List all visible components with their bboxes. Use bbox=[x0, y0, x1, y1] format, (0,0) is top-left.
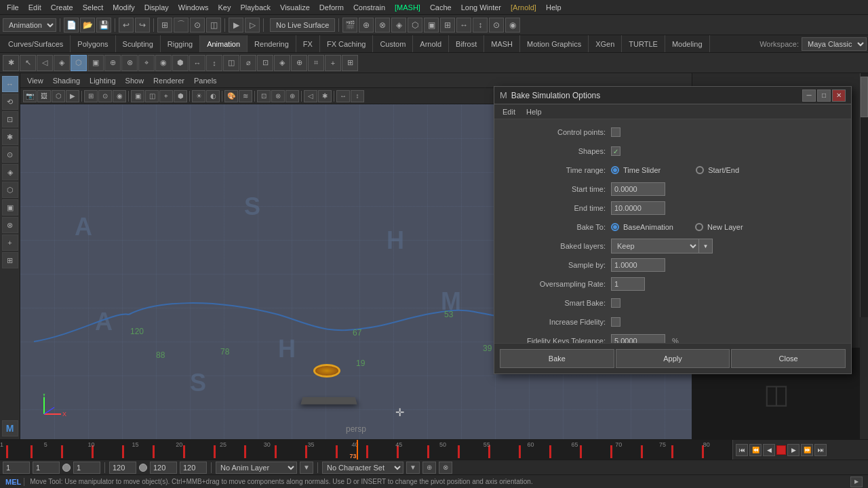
tl-playhead[interactable] bbox=[357, 440, 358, 460]
menu-help[interactable]: Help bbox=[542, 3, 566, 12]
shelf-paint-btn[interactable]: ◈ bbox=[54, 55, 70, 71]
vt-hud-btn[interactable]: ⊕ bbox=[285, 90, 299, 102]
bake-dialog-close-btn[interactable]: ✕ bbox=[832, 89, 846, 102]
tool-pan-zoom[interactable]: ▣ bbox=[2, 199, 18, 216]
shelf-grid2-btn[interactable]: ⊞ bbox=[342, 55, 358, 71]
bake-baked-layers-dropdown-btn[interactable]: ▼ bbox=[699, 239, 713, 253]
vt-cam-bookmark-btn[interactable]: ↕ bbox=[351, 90, 364, 102]
menu-cache[interactable]: Cache bbox=[426, 3, 456, 12]
tab-modeling[interactable]: Modeling bbox=[665, 35, 710, 52]
render-btn[interactable]: ▶ bbox=[229, 18, 243, 33]
shelf-split-btn[interactable]: ◫ bbox=[223, 55, 239, 71]
tab-bifrost[interactable]: Bifrost bbox=[449, 35, 484, 52]
bc-anim-layer-icon-btn[interactable]: ▼ bbox=[300, 462, 313, 474]
tab-curves-surfaces[interactable]: Curves/Surfaces bbox=[1, 35, 71, 52]
bake-start-time-input[interactable] bbox=[611, 182, 665, 196]
vt-xray-btn[interactable]: ◉ bbox=[113, 90, 126, 102]
vt-flat-shade-btn[interactable]: ◫ bbox=[145, 90, 159, 102]
menu-select[interactable]: Select bbox=[79, 3, 108, 12]
shelf-pivot-btn[interactable]: ⌖ bbox=[138, 55, 155, 71]
tb-extra10[interactable]: ◉ bbox=[505, 18, 520, 33]
tl-next-key-btn[interactable]: ⏩ bbox=[801, 444, 813, 456]
vt-grid-btn[interactable]: ⊞ bbox=[84, 90, 98, 102]
bake-base-anim-radio[interactable] bbox=[611, 223, 619, 231]
snap-surface-btn[interactable]: ◫ bbox=[206, 18, 221, 33]
bake-btn[interactable]: Bake bbox=[500, 349, 614, 368]
shelf-lasso-btn[interactable]: ◁ bbox=[37, 55, 53, 71]
bake-new-layer-label[interactable]: New Layer bbox=[707, 223, 743, 231]
menu-display[interactable]: Display bbox=[140, 3, 173, 12]
bc-char-set-icon-btn[interactable]: ▼ bbox=[406, 462, 420, 474]
tab-polygons[interactable]: Polygons bbox=[71, 35, 115, 52]
bake-new-layer-radio[interactable] bbox=[695, 223, 703, 231]
tab-sculpting[interactable]: Sculpting bbox=[116, 35, 161, 52]
tab-custom[interactable]: Custom bbox=[373, 35, 413, 52]
ipr-btn[interactable]: ▷ bbox=[245, 18, 260, 33]
bake-smart-bake-checkbox[interactable] bbox=[611, 298, 620, 308]
bc-no-anim-layer-select[interactable]: No Anim Layer bbox=[216, 462, 297, 474]
tb-extra6[interactable]: ⊞ bbox=[440, 18, 455, 33]
vt-arrow-btn[interactable]: ▶ bbox=[66, 90, 79, 102]
vt-color-btn[interactable]: 🎨 bbox=[224, 90, 238, 102]
shelf-mirror-h-btn[interactable]: ↔ bbox=[189, 55, 205, 71]
shelf-active-btn[interactable]: ⬡ bbox=[71, 55, 87, 71]
open-scene-btn[interactable]: 📂 bbox=[80, 18, 95, 33]
tb-extra5[interactable]: ▣ bbox=[424, 18, 439, 33]
platform-object[interactable] bbox=[300, 397, 357, 405]
tool-snap[interactable]: + bbox=[2, 235, 18, 251]
menu-playback[interactable]: Playback bbox=[236, 3, 275, 12]
tab-animation[interactable]: Animation bbox=[200, 35, 248, 52]
tool-view[interactable]: ⬡ bbox=[2, 182, 18, 198]
object-on-path[interactable] bbox=[313, 364, 340, 378]
shelf-circle-btn[interactable]: ⌀ bbox=[240, 55, 256, 71]
shelf-move-btn[interactable]: ↖ bbox=[20, 55, 36, 71]
vt-fog-btn[interactable]: ≋ bbox=[239, 90, 252, 102]
tb-extra7[interactable]: ↔ bbox=[456, 18, 471, 33]
view-menu-renderer[interactable]: Renderer bbox=[149, 76, 189, 85]
menu-key[interactable]: Key bbox=[214, 3, 235, 12]
bc-range-start-input[interactable] bbox=[73, 462, 100, 474]
bake-start-end-radio[interactable] bbox=[696, 166, 704, 174]
tb-extra4[interactable]: ⬡ bbox=[408, 18, 422, 33]
tab-fx-caching[interactable]: FX Caching bbox=[320, 35, 373, 52]
vt-shadow-btn[interactable]: ◐ bbox=[206, 90, 220, 102]
tool-show-hide[interactable]: ◈ bbox=[2, 164, 18, 180]
bake-baked-layers-select[interactable]: Keep bbox=[611, 239, 699, 253]
bc-end-frame-input[interactable] bbox=[109, 462, 136, 474]
redo-btn[interactable]: ↪ bbox=[135, 18, 150, 33]
vt-smooth-shade-btn[interactable]: ▣ bbox=[131, 90, 144, 102]
menu-mash[interactable]: [MASH] bbox=[391, 3, 425, 12]
save-scene-btn[interactable]: 💾 bbox=[96, 18, 111, 33]
snap-curve-btn[interactable]: ⌒ bbox=[174, 18, 189, 33]
bake-oversampling-input[interactable] bbox=[611, 277, 645, 291]
tool-move[interactable]: ↔ bbox=[2, 76, 18, 92]
tl-play-forward-btn[interactable]: ▶ bbox=[787, 444, 800, 456]
vt-isolate-btn[interactable]: ⊙ bbox=[98, 90, 112, 102]
menu-arnold[interactable]: [Arnold] bbox=[507, 3, 540, 12]
snap-grid-btn[interactable]: ⊞ bbox=[157, 18, 172, 33]
shelf-hex-btn[interactable]: ▣ bbox=[87, 55, 104, 71]
menu-long-winter[interactable]: Long Winter bbox=[457, 3, 505, 12]
bake-dialog-minimize-btn[interactable]: ─ bbox=[802, 89, 816, 102]
tab-rigging[interactable]: Rigging bbox=[161, 35, 200, 52]
apply-btn[interactable]: Apply bbox=[616, 349, 730, 368]
shelf-crosshair-btn[interactable]: + bbox=[325, 55, 341, 71]
shelf-grid-btn[interactable]: ⬢ bbox=[172, 55, 189, 71]
tl-play-back-btn[interactable]: ◀ bbox=[763, 444, 775, 456]
tl-goto-end-btn[interactable]: ⏭ bbox=[814, 444, 827, 456]
bake-sample-by-input[interactable] bbox=[611, 258, 665, 272]
bc-no-char-set-select[interactable]: No Character Set bbox=[322, 462, 403, 474]
bake-dialog-maximize-btn[interactable]: □ bbox=[817, 89, 831, 102]
shelf-snap-btn[interactable]: ◉ bbox=[155, 55, 172, 71]
workspace-dropdown[interactable]: Maya Classic bbox=[802, 37, 867, 51]
menu-modify[interactable]: Modify bbox=[108, 3, 138, 12]
arnold-render-btn[interactable]: 🎬 bbox=[342, 18, 357, 33]
tool-grid[interactable]: ⊞ bbox=[2, 252, 18, 268]
bake-time-slider-label[interactable]: Time Slider bbox=[623, 166, 660, 174]
tool-rect-sel[interactable]: ⊗ bbox=[2, 217, 18, 233]
tool-rotate[interactable]: ⟲ bbox=[2, 94, 18, 110]
shelf-plus-btn[interactable]: ⊕ bbox=[291, 55, 307, 71]
vt-paint-sel-btn[interactable]: ✱ bbox=[318, 90, 332, 102]
tab-turtle[interactable]: TURTLE bbox=[622, 35, 665, 52]
shelf-remove-btn[interactable]: ⊗ bbox=[121, 55, 138, 71]
